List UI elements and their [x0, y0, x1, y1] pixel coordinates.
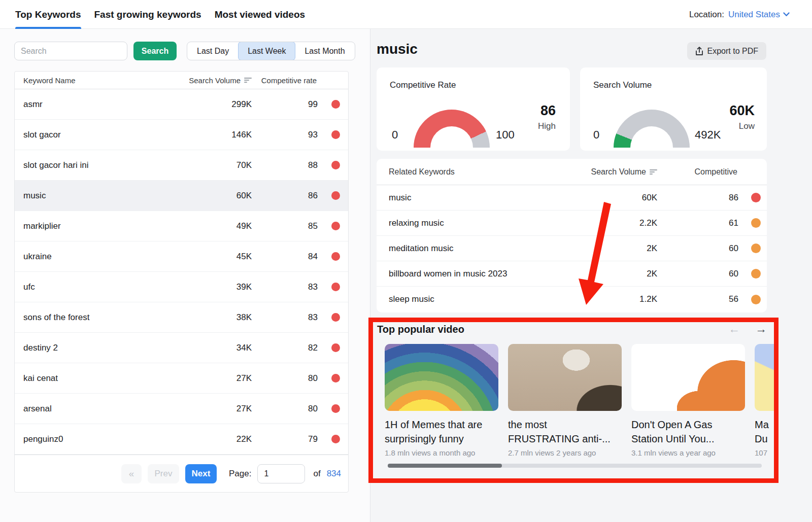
- carousel-prev-icon[interactable]: ←: [728, 322, 740, 336]
- competitive-dot: [331, 435, 340, 443]
- competitive-dot: [331, 283, 340, 291]
- table-row[interactable]: asmr 299K 99: [15, 89, 348, 120]
- search-button[interactable]: Search: [133, 42, 177, 60]
- competitive-dot: [331, 161, 340, 169]
- col-competitive: Competitive: [657, 167, 738, 177]
- gauge-title: Competitive Rate: [390, 80, 456, 90]
- related-header: Related Keywords Search Volume Competiti…: [377, 159, 767, 185]
- top-bar: Top Keywords Fast growing keywords Most …: [0, 0, 812, 29]
- competitive-dot: [331, 313, 340, 322]
- pagination: « Prev Next Page: of 834: [15, 455, 348, 492]
- location-selector: Location: United States: [689, 0, 790, 29]
- table-row[interactable]: arsenal 27K 80: [15, 394, 348, 424]
- video-card[interactable]: Don't Open A GasStation Until You... 3.1…: [631, 344, 745, 457]
- table-row-selected[interactable]: music 60K 86: [15, 181, 348, 211]
- time-filter: Last Day Last Week Last Month: [187, 42, 355, 60]
- chevron-down-icon: [783, 12, 790, 17]
- table-row[interactable]: kai cenat 27K 80: [15, 363, 348, 394]
- keyword-title: music: [377, 41, 418, 57]
- video-title: MaDu: [755, 417, 779, 446]
- keywords-table: Keyword Name Search Volume Competitive r…: [14, 71, 349, 493]
- gauge-min: 0: [593, 128, 599, 142]
- filter-last-day[interactable]: Last Day: [187, 42, 239, 60]
- location-value: United States: [728, 10, 780, 20]
- first-page-button[interactable]: «: [121, 464, 142, 483]
- competitive-dot: [331, 343, 340, 352]
- col-related-keywords: Related Keywords: [389, 167, 566, 177]
- video-thumbnail[interactable]: [508, 344, 622, 411]
- controls-row: Search Last Day Last Week Last Month: [14, 42, 355, 60]
- table-row[interactable]: sons of the forest 38K 83: [15, 302, 348, 333]
- export-pdf-button[interactable]: Export to PDF: [687, 42, 766, 60]
- related-row[interactable]: music 60K 86: [377, 185, 767, 211]
- sort-icon: [650, 169, 657, 175]
- competitive-dot: [331, 191, 340, 200]
- gauge-value: 86: [515, 103, 556, 119]
- video-card[interactable]: 1H of Memes that aresurprisingly funny 1…: [385, 344, 498, 457]
- gauge-level: High: [515, 121, 556, 131]
- table-row[interactable]: destiny 2 34K 82: [15, 333, 348, 363]
- related-row[interactable]: meditation music 2K 60: [377, 236, 767, 261]
- related-row[interactable]: relaxing music 2.2K 61: [377, 211, 767, 236]
- export-icon: [695, 47, 703, 56]
- competitive-dot: [331, 404, 340, 413]
- related-row[interactable]: billboard women in music 2023 2K 60: [377, 261, 767, 287]
- table-row[interactable]: ukraine 45K 84: [15, 241, 348, 272]
- video-meta: 2.7 mln views 2 years ago: [508, 448, 622, 457]
- gauge-title: Search Volume: [593, 80, 652, 90]
- table-row[interactable]: markiplier 49K 85: [15, 211, 348, 241]
- col-search-volume[interactable]: Search Volume: [566, 167, 657, 177]
- keywords-table-header: Keyword Name Search Volume Competitive r…: [15, 72, 348, 89]
- related-row[interactable]: sleep music 1.2K 56: [377, 287, 767, 312]
- gauge-level: Low: [709, 121, 755, 131]
- competitive-dot: [751, 218, 761, 228]
- prev-page-button[interactable]: Prev: [148, 464, 179, 483]
- table-row[interactable]: slot gacor hari ini 70K 88: [15, 150, 348, 181]
- search-volume-card: Search Volume 0 492K 60K Low: [580, 67, 767, 151]
- col-keyword-name: Keyword Name: [23, 76, 165, 85]
- video-meta: 107: [755, 448, 779, 457]
- table-row[interactable]: slot gacor 146K 93: [15, 120, 348, 150]
- competitive-dot: [751, 269, 761, 279]
- video-card[interactable]: the mostFRUSTRATING anti-... 2.7 mln vie…: [508, 344, 622, 457]
- video-meta: 3.1 mln views a year ago: [631, 448, 745, 457]
- tab-most-viewed-videos[interactable]: Most viewed videos: [215, 0, 305, 29]
- page-number-input[interactable]: [257, 464, 305, 483]
- video-title: Don't Open A GasStation Until You...: [631, 417, 745, 446]
- content-area: Search Last Day Last Week Last Month Key…: [0, 29, 812, 522]
- location-value-dropdown[interactable]: United States: [728, 10, 790, 20]
- carousel-scrollbar-thumb[interactable]: [388, 464, 502, 468]
- filter-last-week[interactable]: Last Week: [238, 42, 295, 60]
- keywords-panel: Search Last Day Last Week Last Month Key…: [0, 29, 370, 522]
- search-input[interactable]: [14, 42, 127, 60]
- competitive-dot: [331, 130, 340, 139]
- competitive-dot: [751, 295, 761, 304]
- tab-top-keywords[interactable]: Top Keywords: [15, 0, 81, 29]
- total-pages-link[interactable]: 834: [327, 469, 341, 479]
- competitive-rate-card: Competitive Rate 0 100 86 High: [377, 67, 570, 151]
- col-search-volume[interactable]: Search Volume: [165, 76, 252, 85]
- filter-last-month[interactable]: Last Month: [295, 42, 354, 60]
- next-page-button[interactable]: Next: [185, 464, 217, 483]
- table-row[interactable]: ufc 39K 83: [15, 272, 348, 302]
- tab-fast-growing-keywords[interactable]: Fast growing keywords: [94, 0, 201, 29]
- video-thumbnail[interactable]: [385, 344, 498, 411]
- video-thumbnail[interactable]: [631, 344, 745, 411]
- video-thumbnail[interactable]: [755, 344, 779, 411]
- location-label: Location:: [689, 10, 724, 20]
- gauge-min: 0: [392, 128, 398, 142]
- carousel-next-icon[interactable]: →: [755, 322, 767, 336]
- competitive-dot: [331, 374, 340, 382]
- related-keywords-card: Related Keywords Search Volume Competiti…: [377, 159, 767, 312]
- video-meta: 1.8 mln views a month ago: [385, 448, 498, 457]
- main-tabs: Top Keywords Fast growing keywords Most …: [15, 0, 305, 29]
- competitive-dot: [331, 222, 340, 230]
- gauge-value: 60K: [709, 103, 755, 119]
- sort-icon: [244, 77, 252, 83]
- video-card[interactable]: MaDu 107: [755, 344, 779, 457]
- table-row[interactable]: penguinz0 22K 79: [15, 424, 348, 455]
- competitive-dot: [331, 252, 340, 261]
- carousel-scrollbar[interactable]: [388, 464, 762, 468]
- competitive-dot: [751, 243, 761, 253]
- page-label: Page:: [229, 469, 251, 479]
